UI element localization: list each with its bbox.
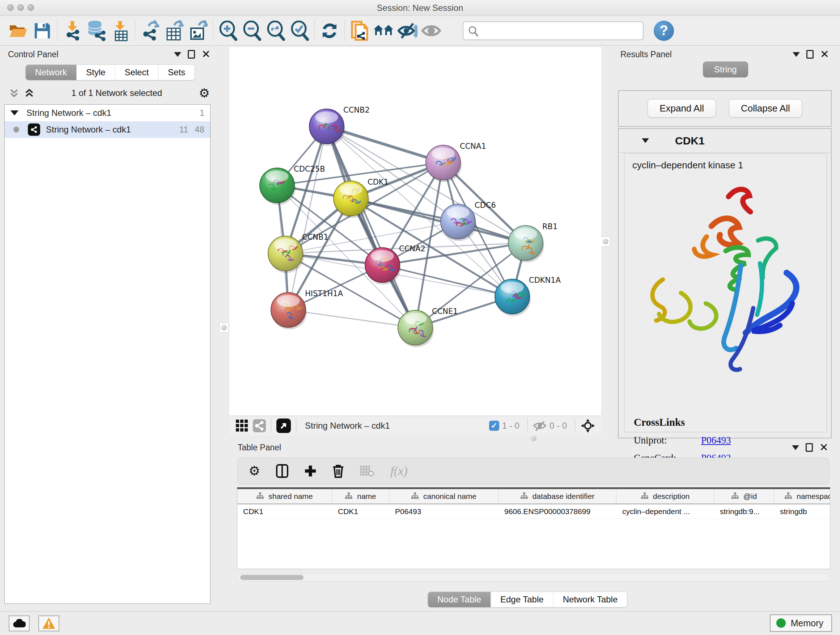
scrollbar-thumb[interactable] xyxy=(240,575,303,580)
hidden-eye-slash-icon[interactable] xyxy=(533,420,546,431)
search-input[interactable] xyxy=(463,21,644,40)
node-table[interactable]: shared namenamecanonical namedatabase id… xyxy=(237,487,830,569)
minimize-window-button[interactable] xyxy=(17,4,24,11)
zoom-window-button[interactable] xyxy=(27,4,34,11)
hidden-counts: 0 - 0 xyxy=(549,421,567,431)
network-collection-row[interactable]: String Network – cdk1 1 xyxy=(5,105,210,121)
collapse-all-icon[interactable] xyxy=(9,88,19,98)
tab-style[interactable]: Style xyxy=(77,65,115,80)
refresh-button[interactable] xyxy=(317,19,341,43)
zoom-in-button[interactable] xyxy=(216,19,240,43)
tab-sets[interactable]: Sets xyxy=(158,65,195,80)
export-network-button[interactable] xyxy=(138,19,162,43)
import-table-button[interactable] xyxy=(108,19,132,43)
table-toolbar: ⚙ f(x) xyxy=(237,458,829,485)
column-header-@id[interactable]: @id xyxy=(714,489,774,504)
column-header-canonical-name[interactable]: canonical name xyxy=(389,489,499,504)
network-from-selection-button[interactable] xyxy=(347,19,371,43)
node-CDC25B[interactable]: CDC25B xyxy=(260,165,325,205)
open-session-button[interactable] xyxy=(6,19,30,43)
node-HIST1H1A[interactable]: HIST1H1A xyxy=(271,289,343,329)
share-view-icon[interactable] xyxy=(253,419,266,432)
right-splitter-handle[interactable] xyxy=(601,236,610,247)
import-network-database-button[interactable] xyxy=(84,19,108,43)
zoom-selected-button[interactable] xyxy=(287,19,311,43)
close-window-button[interactable] xyxy=(7,4,14,11)
edge-HIST1H1A-CCNE1[interactable] xyxy=(288,310,415,328)
network-canvas[interactable]: CCNB2CCNA1CDC25BCDK1CDC6RB1CCNB1CCNA2CDK… xyxy=(229,47,601,416)
table-panel-title: Table Panel xyxy=(238,443,281,453)
node-CCNB2[interactable]: CCNB2 xyxy=(309,106,370,146)
tab-network-table[interactable]: Network Table xyxy=(554,592,627,607)
expand-all-button[interactable]: Expand All xyxy=(647,99,716,118)
memory-button[interactable]: Memory xyxy=(770,614,832,632)
table-cell[interactable]: CDK1 xyxy=(332,504,389,518)
network-graph[interactable]: CCNB2CCNA1CDC25BCDK1CDC6RB1CCNB1CCNA2CDK… xyxy=(229,47,601,416)
delete-column-icon[interactable] xyxy=(332,464,344,478)
column-type-icon xyxy=(731,492,739,501)
export-image-button[interactable] xyxy=(186,19,210,43)
panel-close-icon[interactable]: ✕ xyxy=(202,50,210,59)
tab-edge-table[interactable]: Edge Table xyxy=(491,592,554,607)
node-CCNA1[interactable]: CCNA1 xyxy=(426,142,486,182)
tab-node-table[interactable]: Node Table xyxy=(428,592,491,607)
tab-string[interactable]: String xyxy=(703,62,748,78)
panel-menu-icon[interactable] xyxy=(174,52,181,57)
table-horizontal-scrollbar[interactable] xyxy=(237,573,830,581)
panel-float-icon[interactable] xyxy=(806,443,813,452)
table-cell[interactable]: stringdb xyxy=(774,504,830,518)
save-session-button[interactable] xyxy=(30,19,54,43)
grid-view-icon[interactable] xyxy=(236,420,248,432)
node-CDKN1A[interactable]: CDKN1A xyxy=(495,276,561,316)
gene-expander-icon[interactable] xyxy=(642,138,649,143)
panel-float-icon[interactable] xyxy=(188,50,195,59)
birds-eye-view-icon[interactable] xyxy=(580,418,595,433)
function-builder-button[interactable]: f(x) xyxy=(390,464,407,478)
panel-close-icon[interactable]: ✕ xyxy=(819,443,829,452)
import-network-file-button[interactable] xyxy=(60,19,84,43)
cloud-status-button[interactable] xyxy=(9,616,30,631)
column-header-database-identifier[interactable]: database identifier xyxy=(499,489,616,504)
delete-table-icon[interactable] xyxy=(360,465,374,477)
help-button[interactable]: ? xyxy=(654,21,674,41)
show-all-button[interactable] xyxy=(419,19,443,43)
column-header-shared-name[interactable]: shared name xyxy=(237,489,332,504)
table-cell[interactable]: stringdb:9... xyxy=(714,504,774,518)
gene-section: CDK1 cyclin–dependent kinase 1 CrossLi xyxy=(618,128,832,439)
panel-close-icon[interactable]: ✕ xyxy=(820,50,829,59)
column-header-namespace[interactable]: namespace xyxy=(774,489,830,504)
table-cell[interactable]: P06493 xyxy=(389,504,499,518)
expand-all-icon[interactable] xyxy=(24,88,35,98)
node-CCNE1[interactable]: CCNE1 xyxy=(398,307,458,347)
left-splitter-handle[interactable] xyxy=(219,323,229,333)
tab-select[interactable]: Select xyxy=(115,65,158,80)
panel-menu-icon[interactable] xyxy=(793,52,800,57)
panel-float-icon[interactable] xyxy=(806,50,813,59)
gene-section-header[interactable]: CDK1 xyxy=(619,129,831,153)
show-columns-icon[interactable] xyxy=(276,464,288,478)
selected-nodes-checkbox[interactable]: ✓ xyxy=(489,421,499,431)
export-table-button[interactable] xyxy=(162,19,186,43)
table-cell[interactable]: CDK1 xyxy=(237,504,332,518)
warning-status-button[interactable] xyxy=(38,616,59,631)
table-row[interactable]: CDK1CDK1P064939606.ENSP00000378699cyclin… xyxy=(237,504,830,519)
add-column-icon[interactable] xyxy=(304,465,317,477)
column-header-name[interactable]: name xyxy=(332,489,389,504)
open-in-browser-button[interactable] xyxy=(276,418,291,433)
network-row[interactable]: String Network – cdk1 11 48 xyxy=(5,121,210,138)
node-CDK1[interactable]: CDK1 xyxy=(333,178,388,218)
table-options-gear-icon[interactable]: ⚙ xyxy=(248,464,260,478)
tab-network[interactable]: Network xyxy=(26,65,77,80)
panel-menu-icon[interactable] xyxy=(792,445,799,450)
collapse-all-button[interactable]: Collapse All xyxy=(729,99,802,118)
zoom-out-button[interactable] xyxy=(240,19,264,43)
home-button[interactable] xyxy=(371,19,395,43)
table-cell[interactable]: cyclin–dependent ... xyxy=(616,504,714,518)
network-options-gear-icon[interactable]: ⚙ xyxy=(199,87,210,99)
column-header-description[interactable]: description xyxy=(616,489,714,504)
hide-selected-button[interactable] xyxy=(395,19,419,43)
collection-expander-icon[interactable] xyxy=(11,111,19,116)
node-RB1[interactable]: RB1 xyxy=(508,222,557,263)
table-cell[interactable]: 9606.ENSP00000378699 xyxy=(499,504,616,518)
zoom-fit-button[interactable] xyxy=(264,19,287,43)
